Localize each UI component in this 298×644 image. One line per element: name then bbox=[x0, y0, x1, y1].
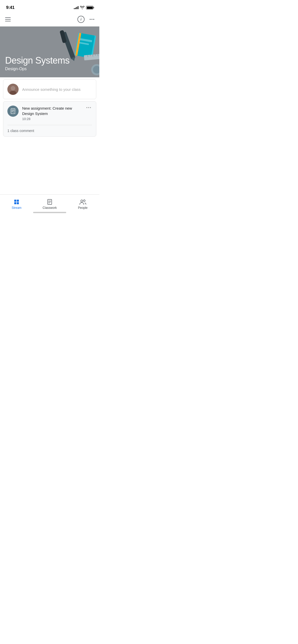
people-label: People bbox=[78, 206, 87, 210]
signal-icon bbox=[74, 6, 78, 9]
assignment-time: 10:28 bbox=[22, 117, 82, 121]
more-dot-3 bbox=[90, 107, 91, 108]
nav-people[interactable]: People bbox=[66, 195, 99, 212]
battery-icon bbox=[86, 6, 93, 9]
svg-line-8 bbox=[88, 55, 88, 57]
announce-placeholder[interactable]: Announce something to your class bbox=[22, 87, 92, 92]
assignment-more-button[interactable] bbox=[85, 106, 92, 109]
nav-stream[interactable]: Stream bbox=[0, 195, 33, 212]
svg-line-10 bbox=[93, 54, 93, 56]
assignment-info: New assignment: Create new Design System… bbox=[22, 106, 82, 121]
svg-point-30 bbox=[84, 200, 85, 201]
course-subtitle: Design-Ops bbox=[5, 67, 70, 71]
more-options-button[interactable] bbox=[89, 18, 95, 21]
app-bar-actions: i bbox=[77, 16, 95, 23]
dot-2 bbox=[91, 19, 92, 20]
status-icons bbox=[74, 6, 93, 9]
svg-rect-21 bbox=[14, 200, 16, 202]
avatar-image bbox=[7, 84, 19, 95]
course-banner: Design Systems Design-Ops bbox=[0, 26, 99, 77]
assignment-card: New assignment: Create new Design System… bbox=[3, 101, 96, 137]
stream-icon bbox=[13, 199, 20, 205]
assignment-icon bbox=[10, 108, 16, 114]
svg-point-29 bbox=[81, 200, 83, 202]
course-title: Design Systems bbox=[5, 55, 70, 66]
status-time: 9:41 bbox=[6, 5, 15, 10]
svg-rect-24 bbox=[17, 202, 19, 204]
app-bar: i bbox=[0, 12, 99, 26]
nav-classwork[interactable]: Classwork bbox=[33, 195, 66, 212]
assignment-title[interactable]: New assignment: Create new Design System bbox=[22, 106, 82, 116]
svg-rect-23 bbox=[14, 202, 16, 204]
more-dot-2 bbox=[88, 107, 89, 108]
user-avatar bbox=[7, 84, 19, 95]
classwork-icon bbox=[47, 199, 53, 205]
status-bar: 9:41 bbox=[0, 0, 99, 12]
svg-line-12 bbox=[98, 54, 98, 56]
svg-rect-22 bbox=[17, 200, 19, 202]
announce-card[interactable]: Announce something to your class bbox=[3, 79, 96, 99]
more-dot-1 bbox=[86, 107, 87, 108]
people-icon bbox=[79, 199, 86, 205]
stream-content: Announce something to your class New ass… bbox=[0, 77, 99, 139]
dot-3 bbox=[93, 19, 94, 20]
banner-content: Design Systems Design-Ops bbox=[5, 55, 70, 71]
home-indicator bbox=[33, 212, 66, 213]
bottom-nav: Stream Classwork People bbox=[0, 194, 99, 215]
menu-button[interactable] bbox=[4, 16, 12, 22]
assignment-comment[interactable]: 1 class comment bbox=[3, 125, 96, 136]
stream-label: Stream bbox=[12, 206, 22, 210]
wifi-icon bbox=[80, 6, 85, 9]
dot-1 bbox=[90, 19, 91, 20]
info-icon: i bbox=[80, 17, 82, 21]
assignment-header: New assignment: Create new Design System… bbox=[3, 101, 96, 125]
classwork-label: Classwork bbox=[43, 206, 57, 210]
info-button[interactable]: i bbox=[77, 16, 85, 23]
assignment-icon-wrap bbox=[7, 106, 19, 117]
